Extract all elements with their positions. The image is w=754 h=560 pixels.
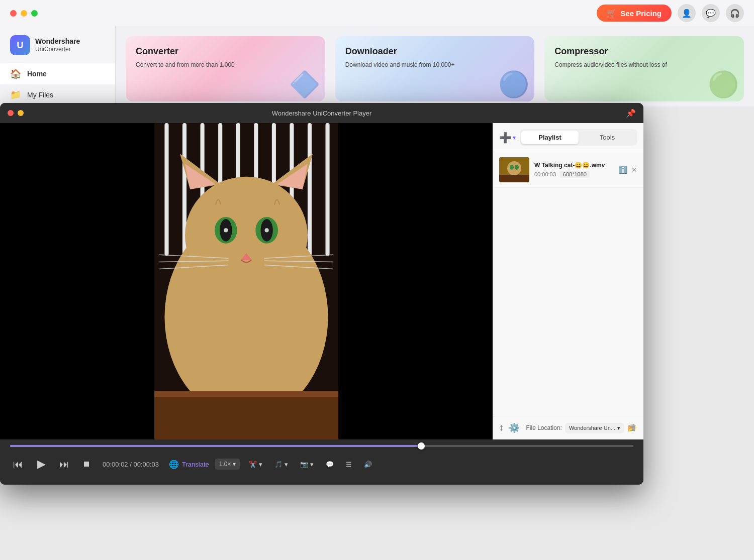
playlist-item-meta: 00:00:03 608*1080 (534, 171, 614, 178)
audio-wave-icon: 🎵 (274, 461, 282, 468)
playlist-item-time: 00:00:03 (534, 171, 556, 177)
pin-icon[interactable]: 📌 (626, 108, 636, 118)
panel-spacer (493, 188, 643, 416)
skip-back-button[interactable]: ⏮ (10, 456, 26, 472)
converter-desc: Convert to and from more than 1,000 (136, 61, 315, 69)
svg-rect-37 (499, 175, 529, 182)
sidebar-item-my-files[interactable]: 📁 My Files (0, 84, 115, 105)
playlist-item-actions: ℹ️ ✕ (619, 166, 637, 174)
logo-icon: U (10, 35, 30, 55)
screenshot-button[interactable]: 📷 ▾ (297, 459, 317, 470)
crop-button[interactable]: ✂️ ▾ (246, 459, 265, 470)
chevron-down-icon: ▾ (513, 134, 516, 141)
bg-traffic-lights (10, 10, 38, 17)
bg-app-right: 🛒 See Pricing 👤 💬 🎧 (597, 4, 744, 22)
compressor-card[interactable]: Compressor Compress audio/video files wi… (544, 36, 744, 101)
speed-label: 1.0× (219, 461, 231, 468)
camera-icon: 📷 (300, 461, 308, 468)
sidebar-myfiles-label: My Files (27, 91, 53, 99)
sort-ascending-icon[interactable]: ↕️ (499, 422, 504, 433)
brand-sub: UniConverter (35, 46, 80, 54)
see-pricing-label: See Pricing (620, 9, 662, 18)
sort-settings-icon[interactable]: ⚙️ (509, 422, 520, 433)
cart-icon: 🛒 (607, 9, 616, 18)
chat-icon[interactable]: 💬 (702, 4, 720, 22)
translate-button[interactable]: 🌐 Translate (169, 460, 209, 469)
bg-main-content: U Wondershare UniConverter 🏠 Home 📁 My F… (0, 26, 754, 106)
svg-point-34 (507, 161, 521, 175)
playlist-item-resolution: 608*1080 (560, 171, 590, 178)
playlist-item-info: W Talking cat-😀😀.wmv 00:00:03 608*1080 (534, 162, 614, 178)
converter-title: Converter (136, 46, 315, 57)
progress-thumb[interactable] (418, 442, 425, 450)
svg-rect-2 (164, 123, 168, 256)
brand-name: Wondershare (35, 37, 80, 46)
play-button[interactable]: ▶ (32, 455, 50, 473)
stop-icon: ⏹ (82, 460, 90, 469)
add-to-playlist-button[interactable]: ➕ ▾ (499, 132, 516, 144)
crop-chevron-icon: ▾ (259, 461, 262, 468)
brand-logo: U Wondershare UniConverter (0, 31, 115, 63)
sidebar-home-label: Home (27, 70, 47, 78)
skip-back-icon: ⏮ (13, 459, 23, 470)
translate-label: Translate (182, 461, 209, 468)
svg-rect-32 (154, 391, 338, 397)
files-icon: 📁 (10, 89, 21, 100)
player-close-button[interactable] (8, 110, 14, 116)
skip-forward-button[interactable]: ⏭ (56, 456, 72, 472)
audio-button[interactable]: 🎵 ▾ (271, 459, 291, 470)
time-display: 00:00:02 / 00:00:03 (103, 461, 159, 468)
brand-text: Wondershare UniConverter (35, 37, 80, 54)
compressor-title: Compressor (554, 46, 734, 57)
player-body: ➕ ▾ Playlist Tools (0, 123, 643, 439)
panel-tabs: ➕ ▾ Playlist Tools (493, 123, 643, 152)
audio-chevron-icon: ▾ (285, 461, 288, 468)
controls-main: ⏮ ▶ ⏭ ⏹ 00:00:02 / 00:00:03 🌐 Translate … (10, 452, 633, 477)
tab-playlist[interactable]: Playlist (521, 131, 579, 144)
speed-button[interactable]: 1.0× ▾ (215, 459, 240, 470)
player-title: Wondershare UniConverter Player (272, 109, 371, 117)
background-app: 🛒 See Pricing 👤 💬 🎧 U Wondershare UniCon… (0, 0, 754, 105)
downloader-title: Downloader (345, 46, 525, 57)
bg-maximize-button[interactable] (31, 10, 38, 17)
svg-rect-10 (308, 123, 312, 256)
video-area[interactable] (0, 123, 493, 439)
player-minimize-button[interactable] (18, 110, 24, 116)
see-pricing-button[interactable]: 🛒 See Pricing (597, 5, 672, 22)
chevron-down-icon: ▾ (617, 425, 620, 431)
tab-tools[interactable]: Tools (579, 131, 636, 144)
svg-point-13 (185, 177, 308, 294)
bg-minimize-button[interactable] (21, 10, 27, 17)
player-titlebar: Wondershare UniConverter Player 📌 (0, 103, 643, 123)
bg-sidebar: U Wondershare UniConverter 🏠 Home 📁 My F… (0, 26, 116, 106)
info-icon[interactable]: ℹ️ (619, 166, 627, 174)
user-avatar[interactable]: 👤 (678, 4, 696, 22)
compressor-deco-icon: 🟢 (708, 70, 739, 99)
clear-playlist-button[interactable]: 🗑 (628, 422, 637, 433)
progress-track[interactable] (10, 445, 633, 447)
add-icon: ➕ (499, 132, 512, 144)
sort-icons: ↕️ ⚙️ (499, 422, 520, 433)
translate-icon: 🌐 (169, 460, 179, 469)
volume-icon: 🔊 (364, 461, 372, 468)
headphone-icon[interactable]: 🎧 (726, 4, 744, 22)
downloader-desc: Download video and music from 10,000+ (345, 61, 525, 69)
tab-group: Playlist Tools (520, 129, 637, 146)
player-traffic-lights (8, 110, 24, 116)
playlist-item: W Talking cat-😀😀.wmv 00:00:03 608*1080 ℹ… (493, 152, 643, 188)
bg-close-button[interactable] (10, 10, 17, 17)
file-location: File Location: Wondershare Un... ▾ 📂 (526, 423, 638, 433)
progress-bar-container[interactable] (10, 444, 633, 447)
converter-card[interactable]: Converter Convert to and from more than … (126, 36, 325, 101)
video-frame (0, 123, 493, 439)
file-location-select[interactable]: Wondershare Un... ▾ (565, 423, 624, 433)
volume-button[interactable]: 🔊 (361, 459, 375, 470)
player-window: Wondershare UniConverter Player 📌 (0, 103, 643, 485)
svg-point-20 (224, 228, 228, 232)
downloader-card[interactable]: Downloader Download video and music from… (335, 36, 535, 101)
remove-item-icon[interactable]: ✕ (631, 166, 637, 174)
subtitle-button[interactable]: 💬 (323, 459, 337, 470)
list-button[interactable]: ☰ (343, 459, 355, 470)
stop-button[interactable]: ⏹ (78, 456, 95, 472)
sidebar-item-home[interactable]: 🏠 Home (0, 63, 115, 84)
